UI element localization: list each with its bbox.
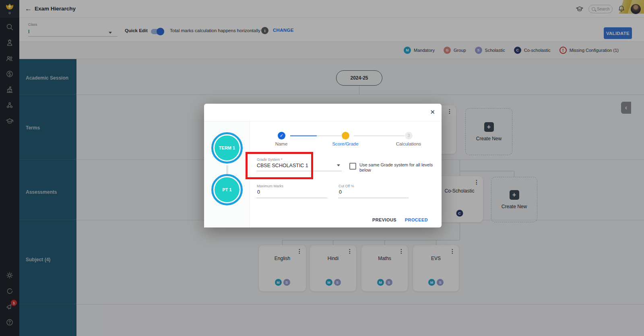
same-grade-checkbox-label: Use same Grade system for all levels bel…: [359, 162, 437, 173]
pt-1-node[interactable]: PT 1: [211, 174, 243, 205]
node-label: TERM 1: [215, 135, 239, 160]
step-label-name: Name: [275, 141, 288, 146]
app-screen: 1 ← Exam Hierarchy Search Class I Quick …: [0, 0, 644, 336]
annotation-highlight-box: [246, 152, 313, 179]
step-calculations[interactable]: 3: [405, 132, 413, 139]
maximum-marks-input[interactable]: 0: [257, 189, 260, 195]
modal-header: ✕: [204, 104, 442, 121]
cut-off-input[interactable]: 0: [339, 189, 342, 195]
step-connector: [354, 135, 405, 136]
node-label: PT 1: [215, 177, 239, 202]
step-name-done-icon[interactable]: ✓: [278, 132, 285, 139]
step-label-score-grade: Score/Grade: [332, 141, 358, 146]
step-score-grade-active[interactable]: [342, 132, 349, 139]
cut-off-underline: [338, 198, 409, 198]
score-grade-modal: ✕ TERM 1 PT 1 ✓ 3 Name Score/Grade Calcu…: [204, 104, 442, 227]
cut-off-label: Cut Off %: [339, 184, 354, 188]
previous-button[interactable]: PREVIOUS: [370, 216, 399, 224]
close-icon[interactable]: ✕: [430, 109, 435, 116]
same-grade-checkbox[interactable]: [349, 163, 356, 170]
proceed-button[interactable]: PROCEED: [402, 216, 430, 224]
maximum-marks-underline: [256, 198, 327, 198]
maximum-marks-label: Maximum Marks: [257, 184, 283, 188]
step-connector: [290, 135, 341, 136]
step-label-calculations: Calculations: [396, 141, 421, 146]
modal-node-panel: TERM 1 PT 1: [204, 121, 250, 227]
term-1-node[interactable]: TERM 1: [211, 132, 243, 164]
chevron-down-icon[interactable]: [337, 164, 340, 166]
node-connector: [226, 165, 228, 174]
